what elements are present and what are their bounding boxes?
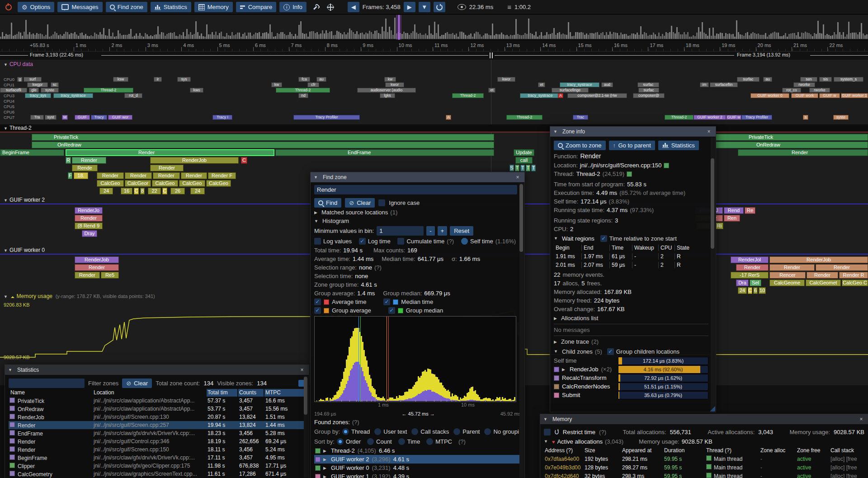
child-zone-row[interactable]: ▶RenderJob(×2)4.16 ms (92.60%) xyxy=(554,365,708,374)
timeline-zone[interactable]: Render xyxy=(75,264,119,271)
timeline-zone[interactable]: Rencer xyxy=(769,272,806,279)
radio-count[interactable] xyxy=(367,438,374,445)
next-frame-button[interactable]: ▶ xyxy=(404,2,415,12)
zone-info-button-statistics[interactable]: Statistics xyxy=(658,141,699,150)
allocations-list-row[interactable]: ▶Allocations list xyxy=(554,313,708,323)
cpu-zone[interactable]: GUIF work xyxy=(791,93,818,98)
child-zones-row[interactable]: ▼Child zones(5) ✓ Group children locatio… xyxy=(554,346,708,356)
timeline-zone[interactable]: Sel xyxy=(750,279,761,286)
timeline-zone[interactable]: 6 xyxy=(753,287,758,294)
timeline-zone[interactable]: RenderJo xyxy=(75,207,103,214)
cpu-zone[interactable]: s xyxy=(803,115,808,120)
scrollbar[interactable] xyxy=(711,137,715,411)
cpu-zone[interactable]: kw xyxy=(384,77,396,82)
thread-header-thread-2[interactable]: ▼Thread-2 xyxy=(4,125,32,131)
statistics-titlebar[interactable]: ▼ Statistics × xyxy=(5,365,309,375)
stats-header-total-tim[interactable]: Total tim xyxy=(207,389,237,397)
cpu-zone[interactable]: Tracy xyxy=(91,115,107,120)
toolbar-button-compare[interactable]: Compare xyxy=(236,2,276,12)
cpu-zone[interactable]: kwor xyxy=(385,82,404,87)
timeline-zone[interactable]: 24 xyxy=(738,287,747,294)
timeline-zone[interactable]: CalcGeo xyxy=(179,180,205,187)
cpu-zone[interactable]: surfacefli xyxy=(0,88,27,93)
timeline-zone[interactable]: C xyxy=(748,287,752,294)
close-icon[interactable]: × xyxy=(298,367,306,373)
cpu-zone[interactable]: kwor xyxy=(497,77,515,82)
expand-icon[interactable]: ▶ xyxy=(323,457,326,462)
zoom-fit-button[interactable] xyxy=(434,2,445,12)
stats-row[interactable]: Renderjni/../jni/src/guif/Screen.cpp:150… xyxy=(9,445,305,454)
timeline-zone[interactable]: Render xyxy=(75,215,103,222)
timeline-zone[interactable]: C xyxy=(162,188,167,194)
cpu-zone[interactable]: GUIF worker 2 xyxy=(693,115,726,120)
cpu-zone[interactable]: Thread-2 xyxy=(452,93,484,98)
timeline-zone[interactable]: Render xyxy=(97,172,124,179)
timeline-zone[interactable]: CalcGeo xyxy=(152,180,178,187)
child-zone-row[interactable]: CalcRenderNodes51.51 μs (1.15%) xyxy=(554,382,708,391)
found-group-row[interactable]: ▶GUIF worker 0(3,231)4.48 s xyxy=(314,464,521,472)
relative-time-checkbox[interactable]: ✓ xyxy=(600,235,607,242)
timeline-zone[interactable]: Render xyxy=(738,149,868,156)
find-zone-search-input[interactable] xyxy=(314,185,517,194)
timeline-zone[interactable]: Ren xyxy=(724,215,740,222)
stats-header-mtpc[interactable]: MTPC xyxy=(264,389,304,397)
cpu-zone[interactable]: rot_co xyxy=(782,88,801,93)
zone-info-button-zoom-to-zone[interactable]: Zoom to zone xyxy=(554,141,606,150)
time-ruler[interactable]: +55.83 s 1 ms2 ms3 ms4 ms5 ms6 ms7 ms8 m… xyxy=(0,40,868,52)
cpu-zone[interactable]: syste xyxy=(41,88,59,93)
stats-header-location[interactable]: Location xyxy=(93,389,207,396)
timeline-zone[interactable]: Rende xyxy=(72,165,98,171)
scrollbar[interactable] xyxy=(519,183,524,478)
tools-button[interactable] xyxy=(310,2,321,12)
cpu-zone[interactable]: kwgpr xyxy=(27,82,48,87)
timeline-zone[interactable]: S xyxy=(509,165,514,171)
timeline-zone[interactable]: Render xyxy=(150,165,184,171)
cpu-zone[interactable]: tracy_systrace xyxy=(520,93,561,98)
timeline-zone[interactable]: Render xyxy=(153,172,180,179)
timeline-zone[interactable]: (8 Rend 9 xyxy=(75,222,103,229)
timeline-zone[interactable]: Render F xyxy=(208,172,236,179)
thread-swatch[interactable] xyxy=(627,171,632,177)
frame-dropdown-button[interactable]: ▼ xyxy=(419,2,430,12)
radio-order[interactable] xyxy=(337,438,344,445)
timeline-zone[interactable]: RenderJob xyxy=(150,157,239,164)
cpu-zone[interactable]: Tra xyxy=(30,115,44,120)
cpu-zone[interactable]: im xyxy=(700,82,709,87)
memory-titlebar[interactable]: ▼ Memory × xyxy=(540,414,868,424)
radio-user-text[interactable] xyxy=(374,428,381,435)
mem-header[interactable]: Duration xyxy=(663,447,705,454)
timeline-zone[interactable]: CalcGeor xyxy=(125,180,151,187)
frames-row[interactable]: Frame 3,193 (22.45 ms) Frame 3,194 (13.9… xyxy=(0,51,868,60)
cpu-zone[interactable]: et xyxy=(488,88,495,93)
group-children-checkbox[interactable]: ✓ xyxy=(607,348,614,355)
cpu-zone[interactable]: au xyxy=(763,77,772,82)
radio-mtpc[interactable] xyxy=(426,438,433,445)
mem-header[interactable]: Address (?) xyxy=(544,447,584,454)
radio-parent[interactable] xyxy=(453,428,460,435)
frame-label-right[interactable]: Frame 3,194 (13.92 ms) xyxy=(737,52,790,57)
timeline-zone[interactable]: 24 xyxy=(190,188,205,194)
mem-header[interactable]: Thread (?) xyxy=(705,447,760,454)
child-zone-row[interactable]: Submit35.63 μs (0.79%) xyxy=(554,391,708,399)
cpu-zone[interactable]: M xyxy=(62,115,68,120)
toolbar-button-messages[interactable]: Messages xyxy=(57,2,102,12)
stats-row[interactable]: PrivateTickjni/../jni/src/claw/applicati… xyxy=(9,397,305,405)
ignore-case-checkbox[interactable] xyxy=(378,199,385,206)
histogram-row[interactable]: ▼Histogram xyxy=(314,217,521,225)
goto-frame-button[interactable] xyxy=(325,2,336,12)
statistics-table-header[interactable]: NameLocationTotal timCountsMTPC xyxy=(9,388,305,397)
cpu-zone[interactable]: rot_d xyxy=(124,93,142,98)
timeline-zone[interactable]: C xyxy=(134,188,139,194)
radio-thread[interactable] xyxy=(342,428,349,435)
timeline-zone[interactable]: CalcGeo xyxy=(206,180,231,187)
timeline-zone[interactable]: Render xyxy=(66,149,274,156)
cpu-zone[interactable]: surf xyxy=(24,77,42,82)
alloc-callstack[interactable]: [alloc] [free xyxy=(830,464,864,471)
thread-header-guif-worker-0[interactable]: ▼GUIF worker 0 xyxy=(4,247,45,253)
timeline-zone[interactable]: call xyxy=(515,157,533,164)
allocations-table-header[interactable]: Address (?)SizeAppeared atDurationThread… xyxy=(544,446,864,454)
found-group-row[interactable]: ▶GUIF worker 1(3,192)4.39 s xyxy=(314,472,521,478)
mem-header[interactable]: Size xyxy=(584,447,621,454)
timeline-zone[interactable]: -17 RerS xyxy=(731,272,769,279)
mem-header[interactable]: Zone free xyxy=(796,447,830,454)
